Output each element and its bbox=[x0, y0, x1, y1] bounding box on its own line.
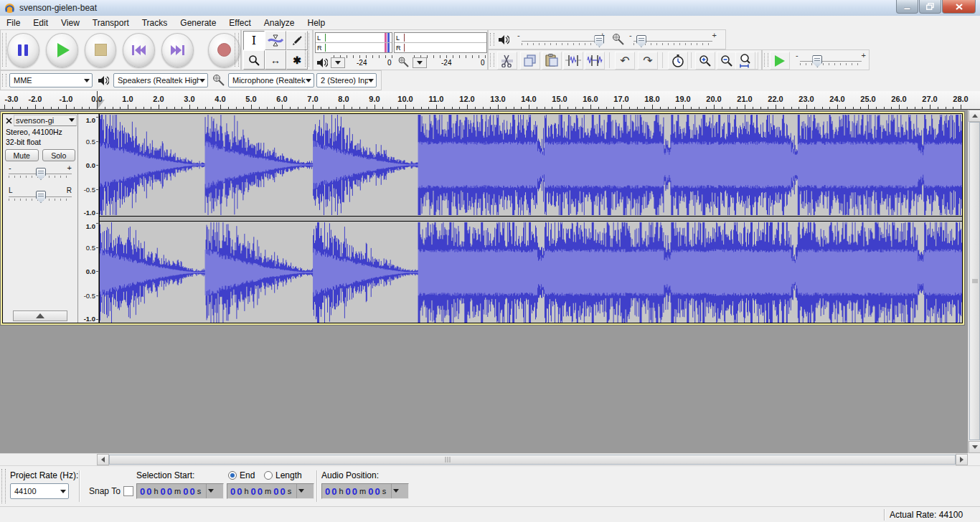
audio-host-dropdown[interactable]: MME bbox=[9, 73, 93, 87]
menu-item-view[interactable]: View bbox=[55, 16, 86, 29]
end-radio[interactable]: End bbox=[228, 470, 255, 480]
zoom-out-icon bbox=[720, 54, 733, 67]
redo-button[interactable]: ↷ bbox=[638, 52, 658, 70]
menu-item-analyze[interactable]: Analyze bbox=[258, 16, 301, 29]
track-menu-button[interactable]: svenson-gi bbox=[14, 115, 77, 126]
timefield-dropdown[interactable] bbox=[206, 484, 215, 498]
track-collapse-button[interactable] bbox=[13, 310, 67, 321]
track-area[interactable]: svenson-gi Stereo, 44100Hz 32-bit float … bbox=[0, 110, 980, 453]
envelope-tool-button[interactable] bbox=[265, 31, 286, 50]
input-volume-thumb[interactable] bbox=[636, 35, 646, 47]
selection-tool-button[interactable]: I bbox=[243, 31, 265, 50]
restore-button[interactable] bbox=[919, 0, 941, 14]
scroll-left-button[interactable] bbox=[97, 454, 109, 465]
play-speed-thumb[interactable] bbox=[812, 55, 822, 67]
scroll-up-button[interactable] bbox=[969, 110, 980, 122]
toolbar-grip[interactable] bbox=[305, 33, 309, 67]
vertical-ruler[interactable]: 1.00.50.0-0.5-1.01.00.50.0-0.5-1.0 bbox=[78, 114, 99, 323]
play-button[interactable] bbox=[46, 33, 78, 67]
vertical-scroll-thumb[interactable] bbox=[969, 122, 980, 440]
audio-position-field[interactable]: 00h00m00s bbox=[321, 483, 409, 499]
timeline-tick bbox=[590, 105, 591, 109]
waveform-channel-left[interactable] bbox=[99, 114, 962, 216]
play-speed-slider[interactable]: - + bbox=[796, 52, 866, 68]
timeline-label: 22.0 bbox=[765, 95, 786, 103]
pan-thumb[interactable] bbox=[36, 191, 46, 203]
playback-device-dropdown[interactable]: Speakers (Realtek High bbox=[113, 73, 208, 87]
minimize-button[interactable] bbox=[896, 0, 918, 14]
trim-audio-button[interactable] bbox=[563, 52, 583, 70]
recording-channels-dropdown[interactable]: 2 (Stereo) Inp bbox=[316, 73, 377, 87]
mute-button[interactable]: Mute bbox=[5, 149, 39, 161]
zoom-out-button[interactable] bbox=[717, 52, 737, 70]
track-pan-slider[interactable]: L R bbox=[7, 189, 73, 207]
zoom-tool-icon bbox=[248, 54, 260, 66]
time-digit: 0 bbox=[146, 486, 151, 497]
skip-to-end-button[interactable] bbox=[161, 33, 194, 67]
output-volume-slider[interactable]: - + bbox=[517, 32, 605, 48]
menu-item-transport[interactable]: Transport bbox=[86, 16, 136, 29]
stop-button[interactable] bbox=[85, 33, 117, 67]
ruler-tick bbox=[96, 213, 98, 214]
menu-item-effect[interactable]: Effect bbox=[222, 16, 257, 29]
menu-item-file[interactable]: File bbox=[0, 16, 27, 29]
vertical-scrollbar[interactable] bbox=[968, 110, 980, 453]
input-volume-slider[interactable]: - + bbox=[629, 32, 717, 48]
timefield-dropdown[interactable] bbox=[391, 484, 400, 498]
title-bar[interactable]: svenson-gielen-beat bbox=[0, 0, 980, 16]
scroll-down-button[interactable] bbox=[969, 441, 980, 453]
paste-button[interactable] bbox=[542, 52, 562, 70]
track-close-button[interactable] bbox=[4, 116, 13, 125]
undo-button[interactable]: ↶ bbox=[615, 52, 635, 70]
toolbar-grip[interactable] bbox=[2, 74, 6, 87]
selection-end-field[interactable]: 00h00m00s bbox=[227, 483, 314, 499]
length-radio[interactable]: Length bbox=[264, 470, 302, 480]
toolbar-grip[interactable] bbox=[1, 469, 6, 503]
menu-item-generate[interactable]: Generate bbox=[174, 16, 222, 29]
project-rate-dropdown[interactable]: 44100 bbox=[10, 483, 69, 499]
selection-start-field[interactable]: 00h00m00s bbox=[136, 483, 224, 499]
snap-to-checkbox[interactable] bbox=[123, 486, 133, 496]
copy-button[interactable] bbox=[520, 52, 540, 70]
sync-lock-button[interactable] bbox=[668, 52, 688, 70]
playback-meter[interactable]: L R bbox=[315, 32, 392, 53]
menu-item-edit[interactable]: Edit bbox=[27, 16, 55, 29]
menu-item-help[interactable]: Help bbox=[301, 16, 332, 29]
toolbar-grip[interactable] bbox=[764, 53, 768, 67]
menu-item-tracks[interactable]: Tracks bbox=[136, 16, 174, 29]
output-volume-thumb[interactable] bbox=[594, 35, 604, 47]
toolbar-grip[interactable] bbox=[235, 33, 239, 67]
recording-meter-dropdown[interactable] bbox=[413, 57, 427, 68]
zoom-in-button[interactable] bbox=[695, 52, 715, 70]
recording-device-dropdown[interactable]: Microphone (Realtek Hig bbox=[228, 73, 314, 87]
recording-meter[interactable]: L R bbox=[394, 32, 487, 53]
cut-button[interactable] bbox=[497, 52, 517, 70]
gain-thumb[interactable] bbox=[36, 168, 46, 180]
toolbar-grip[interactable] bbox=[490, 33, 494, 46]
scroll-right-button[interactable] bbox=[956, 454, 968, 465]
fit-project-button[interactable] bbox=[735, 52, 755, 70]
horizontal-scroll-thumb[interactable] bbox=[109, 455, 956, 465]
track-gain-slider[interactable]: - + bbox=[7, 166, 73, 184]
timeline-tick bbox=[397, 107, 398, 109]
toolbar-grip[interactable] bbox=[2, 33, 6, 67]
timeline-tick bbox=[12, 107, 13, 109]
horizontal-scrollbar[interactable] bbox=[0, 453, 968, 465]
timefield-dropdown[interactable] bbox=[296, 484, 306, 498]
pause-button[interactable] bbox=[7, 33, 39, 67]
draw-tool-icon bbox=[291, 35, 303, 47]
time-shift-tool-button[interactable]: ↔ bbox=[265, 50, 286, 70]
silence-audio-button[interactable] bbox=[585, 52, 605, 70]
timeline-ruler[interactable]: -3.0-2.0-1.00.01.02.03.04.05.06.07.08.09… bbox=[0, 91, 980, 110]
skip-to-start-button[interactable] bbox=[123, 33, 155, 67]
timeline-tick bbox=[768, 107, 768, 109]
zoom-tool-button[interactable] bbox=[243, 50, 265, 70]
menu-bar: FileEditViewTransportTracksGenerateEffec… bbox=[0, 16, 980, 30]
play-at-speed-button[interactable] bbox=[770, 52, 790, 70]
playback-meter-dropdown[interactable] bbox=[331, 57, 345, 68]
waveform-display[interactable] bbox=[99, 114, 962, 323]
toolbar-grip[interactable] bbox=[490, 53, 494, 67]
solo-button[interactable]: Solo bbox=[42, 149, 76, 161]
close-button[interactable] bbox=[942, 0, 976, 14]
waveform-channel-right[interactable] bbox=[99, 222, 962, 323]
